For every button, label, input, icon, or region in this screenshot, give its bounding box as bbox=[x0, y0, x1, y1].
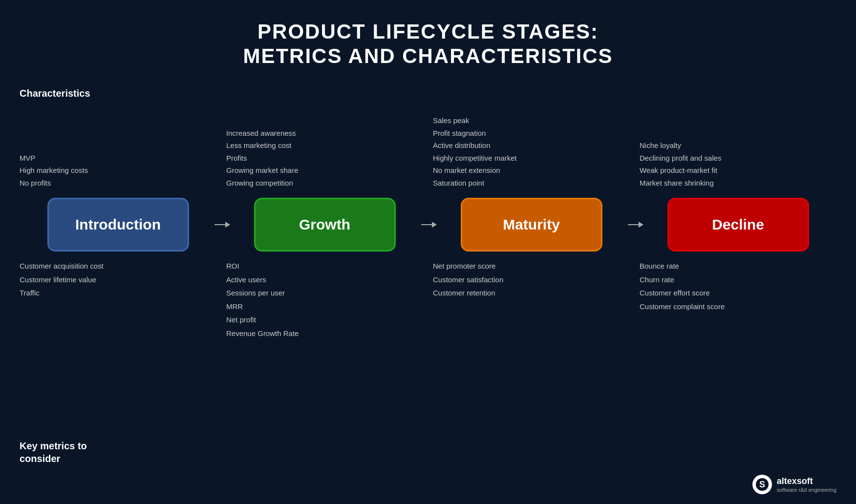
metric-item: ROI bbox=[226, 261, 423, 271]
content-area: MVPHigh marketing costsNo profitsIntrodu… bbox=[15, 85, 841, 480]
characteristics-list-introduction: MVPHigh marketing costsNo profits bbox=[15, 85, 221, 198]
characteristics-list-decline: Niche loyaltyDeclining profit and salesW… bbox=[635, 85, 841, 198]
metric-item: Traffic bbox=[20, 288, 216, 298]
stage-column-introduction: MVPHigh marketing costsNo profitsIntrodu… bbox=[15, 85, 221, 480]
stage-box-maturity: Maturity bbox=[461, 198, 602, 252]
characteristic-item: Growing competition bbox=[226, 178, 423, 188]
characteristic-item: High marketing costs bbox=[20, 166, 216, 175]
characteristics-list-maturity: Sales peakProfit stagnationActive distri… bbox=[428, 85, 635, 198]
arrow-maturity bbox=[628, 222, 643, 228]
characteristic-item: Active distribution bbox=[433, 141, 630, 150]
characteristic-item: No market extension bbox=[433, 166, 630, 175]
metric-item: Customer lifetime value bbox=[20, 275, 216, 285]
metric-item: Net profit bbox=[226, 315, 423, 325]
metric-item: Customer complaint score bbox=[640, 302, 836, 312]
stage-column-maturity: Sales peakProfit stagnationActive distri… bbox=[428, 85, 635, 480]
characteristic-item: Saturation point bbox=[433, 178, 630, 188]
characteristic-item: Highly competitive market bbox=[433, 153, 630, 163]
characteristic-item: Profit stagnation bbox=[433, 128, 630, 138]
metrics-list-growth: ROIActive usersSessions per userMRRNet p… bbox=[221, 252, 428, 342]
page-container: PRODUCT LIFECYCLE STAGES: METRICS and CH… bbox=[0, 0, 856, 504]
stage-box-wrapper-introduction: Introduction bbox=[15, 198, 221, 252]
metric-item: Churn rate bbox=[640, 275, 836, 285]
metrics-list-maturity: Net promoter scoreCustomer satisfactionC… bbox=[428, 252, 635, 302]
metric-item: Revenue Growth Rate bbox=[226, 329, 423, 338]
stage-box-wrapper-growth: Growth bbox=[221, 198, 428, 252]
metric-item: Customer acquisition cost bbox=[20, 261, 216, 271]
characteristic-item: Sales peak bbox=[433, 116, 630, 126]
svg-text:S: S bbox=[759, 480, 765, 489]
metric-item: Sessions per user bbox=[226, 288, 423, 298]
title-area: PRODUCT LIFECYCLE STAGES: METRICS and CH… bbox=[20, 15, 836, 69]
characteristic-item: Niche loyalty bbox=[640, 141, 836, 150]
characteristic-item: No profits bbox=[20, 178, 216, 188]
arrow-introduction bbox=[214, 222, 230, 228]
characteristic-item: Market share shrinking bbox=[640, 178, 836, 188]
characteristic-item: MVP bbox=[20, 153, 216, 163]
metric-item: MRR bbox=[226, 302, 423, 312]
metric-item: Net promoter score bbox=[433, 261, 630, 271]
arrow-head bbox=[225, 222, 230, 228]
arrow-line bbox=[421, 224, 432, 225]
metric-item: Active users bbox=[226, 275, 423, 285]
main-title: PRODUCT LIFECYCLE STAGES: METRICS and CH… bbox=[20, 20, 836, 69]
metric-item: Customer retention bbox=[433, 288, 630, 298]
metrics-list-introduction: Customer acquisition costCustomer lifeti… bbox=[15, 252, 221, 302]
stage-box-growth: Growth bbox=[254, 198, 396, 252]
logo-text-block: altexsoft software r&d engineering bbox=[777, 476, 836, 493]
logo-icon: S bbox=[752, 475, 772, 494]
stage-box-wrapper-decline: Decline bbox=[635, 198, 841, 252]
metric-item: Customer satisfaction bbox=[433, 275, 630, 285]
characteristic-item: Increased awareness bbox=[226, 128, 423, 138]
characteristic-item: Profits bbox=[226, 153, 423, 163]
logo-area: S altexsoft software r&d engineering bbox=[752, 475, 836, 494]
characteristics-list-growth: Increased awarenessLess marketing costPr… bbox=[221, 85, 428, 198]
characteristic-item: Less marketing cost bbox=[226, 141, 423, 150]
arrow-growth bbox=[421, 222, 437, 228]
arrow-head bbox=[432, 222, 437, 228]
stage-column-decline: Niche loyaltyDeclining profit and salesW… bbox=[635, 85, 841, 480]
stage-box-wrapper-maturity: Maturity bbox=[428, 198, 635, 252]
stage-column-growth: Increased awarenessLess marketing costPr… bbox=[221, 85, 428, 480]
characteristic-item: Growing market share bbox=[226, 166, 423, 175]
characteristic-item: Weak product-market fit bbox=[640, 166, 836, 175]
characteristic-item: Declining profit and sales bbox=[640, 153, 836, 163]
arrow-line bbox=[628, 224, 639, 225]
metrics-list-decline: Bounce rateChurn rateCustomer effort sco… bbox=[635, 252, 841, 315]
metric-item: Bounce rate bbox=[640, 261, 836, 271]
arrow-line bbox=[214, 224, 225, 225]
stage-box-introduction: Introduction bbox=[47, 198, 189, 252]
metric-item: Customer effort score bbox=[640, 288, 836, 298]
stage-box-decline: Decline bbox=[667, 198, 809, 252]
arrow-head bbox=[639, 222, 643, 228]
